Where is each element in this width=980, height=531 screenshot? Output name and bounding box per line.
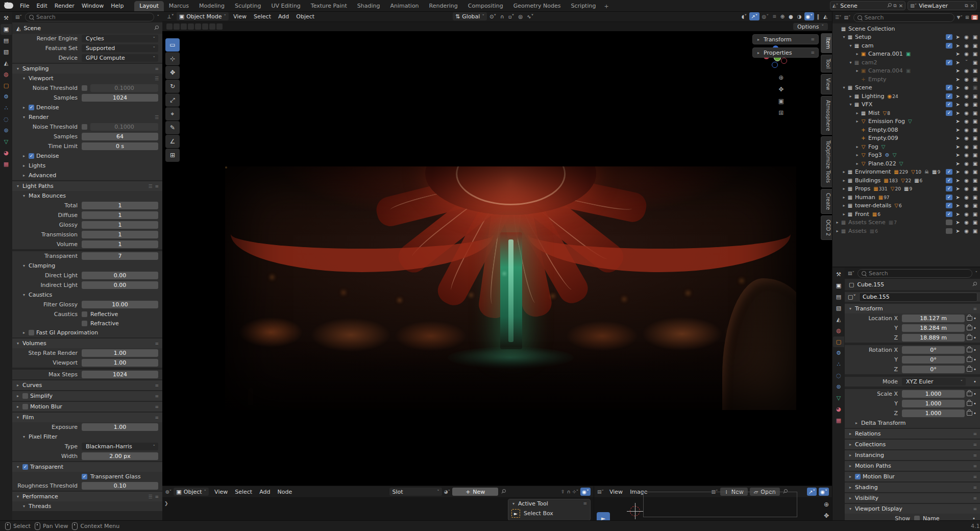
render-camera-icon[interactable]: ▣ [972,60,978,65]
outliner-row[interactable]: ▸▦Buildings▦183▽22▦6➤◉▣ [832,176,980,185]
property-value-field[interactable]: 1 [82,231,158,238]
render-camera-icon[interactable]: ▣ [972,161,978,166]
axis-z-neg-handle[interactable] [772,62,778,68]
eye-icon[interactable]: ◉ [963,68,970,74]
property-value-field[interactable]: 0.10 [82,482,158,490]
expander-icon[interactable]: ▾ [848,60,853,65]
eye-icon[interactable]: ◉ [963,77,970,82]
mode-transfer-icon[interactable] [166,23,173,30]
snap-dropdown-icon[interactable]: ⊹˅ [572,489,578,494]
property-dropdown[interactable]: Blackman-Harris [82,443,158,450]
constraints-properties-tab[interactable]: ⊚ [1,125,12,136]
workspace-tab-sculpting[interactable]: Sculpting [230,1,266,11]
outliner-search-input[interactable]: Search [853,13,954,22]
checkbox[interactable] [82,311,87,317]
lock-icon[interactable] [967,392,972,396]
exclude-checkbox[interactable] [946,110,952,116]
animate-dot-icon[interactable]: • [972,367,977,372]
texture-properties-tab[interactable]: ▦ [1,159,12,170]
render-properties-tab[interactable]: ▣ [1,24,12,35]
selectable-icon[interactable]: ➤ [954,127,961,133]
exclude-checkbox[interactable] [946,93,952,99]
expander-icon[interactable]: ▾ [841,35,847,39]
expander-icon[interactable]: ▸ [854,52,860,56]
selectable-icon[interactable]: ➤ [954,195,961,200]
exclude-checkbox[interactable] [946,178,952,183]
outliner-row[interactable]: ▸▣Camera.004▣➤◉▣ [832,67,980,76]
new-collection-icon[interactable]: ⊞ [965,15,969,20]
sidebar-tab-atmosphere[interactable]: Atmosphere [821,96,832,135]
expander-icon[interactable]: ▸ [854,153,860,157]
expander-icon[interactable]: ▸ [854,161,860,166]
panel-performance[interactable]: ▾Performance☰ ≡ [12,492,162,501]
view-layer-properties-tab[interactable]: ▧ [1,46,12,57]
constraints-properties-tab[interactable]: ⊚ [833,381,844,392]
new-material-button[interactable]: +New [452,488,498,496]
property-value-field[interactable]: 2.00 px [82,452,158,460]
subpanel-max-bounces[interactable]: ▾Max Bounces [12,191,162,201]
animate-dot-icon[interactable]: • [972,335,977,341]
overlays-dropdown[interactable]: ◍˅ [761,12,771,20]
eye-icon[interactable]: ◉ [963,118,970,124]
expander-icon[interactable]: ▸ [835,229,840,233]
lock-icon[interactable] [967,348,972,352]
subpanel-pixel-filter[interactable]: ▾Pixel Filter [12,432,162,442]
outliner-row[interactable]: ▸▽Fog▽➤◉▣ [832,142,980,151]
property-value-field[interactable]: 0.00 [82,272,158,279]
visibility-dropdown[interactable]: ◖˅ [740,12,748,20]
animate-dot-icon[interactable]: • [972,379,977,384]
expander-icon[interactable]: ▾ [841,85,847,90]
blender-logo-icon[interactable] [4,3,13,9]
checkbox[interactable] [82,474,87,479]
editor-type-icon[interactable]: ▤˅ [848,271,854,276]
eye-icon[interactable]: ◉ [963,203,970,208]
menu-file[interactable]: File [16,2,33,10]
property-checkbox[interactable] [82,124,87,130]
property-value-field[interactable]: 0.00 [82,281,158,289]
properties-search-input[interactable]: Search [857,269,972,278]
panel-collections[interactable]: ▸Collections≡ [845,440,980,449]
select-box-tool-icon[interactable]: ► [511,509,520,518]
outliner-row[interactable]: ▸▦Props▦331▽20▦9➤◉▣ [832,185,980,194]
panel-viewport-display[interactable]: ▾Viewport Display≡ [845,504,980,514]
visibility-grid-icon[interactable] [216,23,223,30]
expander-icon[interactable]: ▸ [841,170,847,174]
animate-dot-icon[interactable]: • [972,347,977,353]
editor-type-icon[interactable]: ☰˅ [835,15,842,20]
snap-hook-icon[interactable]: ∩ [567,489,571,494]
options-dropdown[interactable]: Options˅ [793,23,828,30]
property-value-field[interactable]: 0.1000 [90,84,158,92]
object-properties-tab[interactable]: ▢ [1,80,12,91]
render-camera-icon[interactable]: ▣ [972,152,978,158]
move-tool[interactable]: ✥ [165,66,180,79]
selectable-icon[interactable]: ➤ [954,228,961,234]
selectable-icon[interactable]: ➤ [954,51,961,57]
outliner-row[interactable]: ▾▦cam➤◉▣ [832,41,980,50]
transform-value-field[interactable]: 1.000 [902,400,965,407]
output-properties-tab[interactable]: ▤ [833,292,844,302]
workspace-tab-compositing[interactable]: Compositing [463,1,508,11]
gizmos-toggle[interactable]: ↗˅ [749,12,759,20]
expander-icon[interactable]: ▾ [848,102,853,107]
expander-icon[interactable]: ▸ [854,68,860,73]
gizmos-toggle[interactable]: ↗˅ [807,488,817,496]
outliner-row[interactable]: ▸▣Camera.001▣➤◉▣ [832,50,980,59]
expander-icon[interactable]: ▸ [848,94,853,99]
outliner-row[interactable]: ▾▦VFX➤◉▣ [832,101,980,109]
render-camera-icon[interactable]: ▣ [972,203,978,208]
properties-search-input[interactable]: Search [25,13,154,21]
zoom-icon[interactable]: ⊕ [778,74,784,81]
animate-dot-icon[interactable]: • [972,411,977,416]
viewlayer-selector[interactable]: ▧˅ ViewLayer ⧉ ✕ [908,1,977,10]
selectable-icon[interactable]: ➤ [954,68,961,74]
scene-properties-tab[interactable]: ◭ [833,314,844,325]
render-properties-tab[interactable]: ▣ [833,280,844,291]
shader-menu-node[interactable]: Node [274,488,296,496]
property-value-field[interactable]: 1 [82,202,158,209]
exclude-checkbox[interactable] [946,85,952,90]
exclude-checkbox[interactable] [946,186,952,191]
render-camera-icon[interactable]: ▣ [972,118,978,124]
shader-menu-add[interactable]: Add [256,488,274,496]
workspace-tab-animation[interactable]: Animation [385,1,424,11]
selectable-icon[interactable]: ➤ [954,152,961,158]
